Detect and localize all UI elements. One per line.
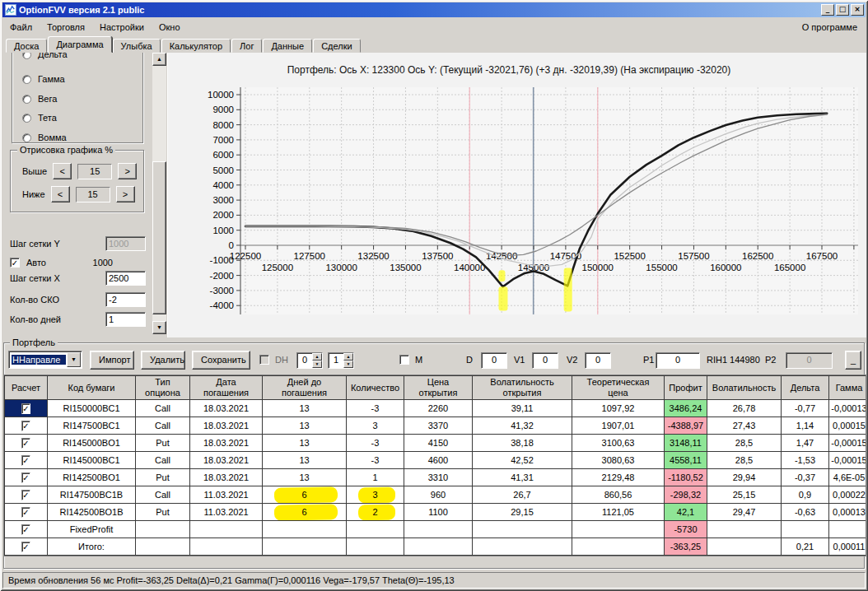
delta-cell[interactable]: 0,21 <box>782 538 829 556</box>
panel-scrollbar[interactable]: ▲ ▼ <box>152 53 166 334</box>
gamma-cell[interactable]: -0,00013 <box>829 400 867 417</box>
p2-field[interactable]: 0 <box>786 352 833 369</box>
calc-checkbox[interactable]: ✓ <box>21 472 30 483</box>
calc-cell[interactable]: ✓ <box>5 417 48 435</box>
date-cell[interactable]: 18.03.2021 <box>190 400 263 417</box>
grid-step-y-input[interactable]: 1000 <box>105 236 146 251</box>
calc-checkbox[interactable]: ✓ <box>21 421 30 431</box>
type-cell[interactable]: Put <box>136 469 190 486</box>
theo-cell[interactable] <box>572 521 665 538</box>
calc-cell[interactable]: ✓ <box>5 521 48 538</box>
code-cell[interactable]: RI142500BO1B <box>48 504 136 521</box>
qty-cell[interactable]: 2 <box>347 504 404 521</box>
below-value[interactable]: 15 <box>76 187 110 202</box>
menu-about[interactable]: О программе <box>794 20 866 35</box>
profit-cell[interactable]: -4388,97 <box>665 417 707 435</box>
price-cell[interactable] <box>404 521 473 538</box>
m-checkbox[interactable] <box>399 355 409 365</box>
radio-icon[interactable] <box>22 133 31 142</box>
theo-cell[interactable]: 1121,05 <box>572 504 665 521</box>
menu-window[interactable]: Окно <box>152 20 188 35</box>
gamma-cell[interactable]: 0,00015 <box>829 417 867 435</box>
profit-cell[interactable]: 3486,24 <box>665 400 707 417</box>
radio-icon[interactable] <box>22 75 31 84</box>
date-cell[interactable]: 18.03.2021 <box>190 435 263 452</box>
theo-cell[interactable]: 3080,63 <box>572 452 665 469</box>
type-cell[interactable] <box>136 538 190 556</box>
type-cell[interactable]: Call <box>136 486 190 504</box>
greek-radio-2[interactable]: Гамма <box>22 73 65 85</box>
calc-checkbox[interactable]: ✓ <box>21 438 30 449</box>
delta-cell[interactable]: 1,47 <box>782 435 829 452</box>
below-increment-button[interactable]: > <box>116 186 135 202</box>
calc-cell[interactable]: ✓ <box>5 435 48 452</box>
gamma-cell[interactable]: 4,6E-05 <box>829 469 867 486</box>
vol-cell[interactable]: 29,94 <box>707 469 782 486</box>
column-header-days[interactable]: Дней до погашения <box>263 376 347 400</box>
vol-cell[interactable] <box>707 538 782 556</box>
strategy-select[interactable]: ННаправле ▼ <box>8 351 82 369</box>
maximize-button[interactable]: □ <box>836 4 849 16</box>
calc-cell[interactable]: ✓ <box>5 504 48 521</box>
sko-count-input[interactable]: -2 <box>105 292 146 307</box>
calc-checkbox[interactable]: ✓ <box>21 524 30 535</box>
radio-icon[interactable] <box>22 95 31 104</box>
vol_open-cell[interactable]: 38,18 <box>473 435 572 452</box>
days-cell[interactable]: 13 <box>263 417 347 435</box>
chevron-down-icon[interactable]: ▼ <box>67 352 81 367</box>
import-button[interactable]: Импорт <box>90 351 134 370</box>
tab-board[interactable]: Доска <box>6 39 47 53</box>
vol-cell[interactable]: 26,78 <box>707 400 782 417</box>
column-header-code[interactable]: Код бумаги <box>48 376 136 400</box>
price-cell[interactable]: 3370 <box>404 417 473 435</box>
delta-cell[interactable] <box>782 521 829 538</box>
tab-smile[interactable]: Улыбка <box>113 39 161 53</box>
dh-checkbox[interactable] <box>259 355 269 365</box>
payoff-chart[interactable]: -4000-3000-2000-100001000200030004000500… <box>168 77 867 333</box>
days-cell[interactable] <box>263 521 347 538</box>
calc-checkbox[interactable]: ✓ <box>21 542 30 552</box>
price-cell[interactable] <box>404 538 473 556</box>
vol-cell[interactable]: 28,5 <box>707 452 782 469</box>
vol_open-cell[interactable] <box>473 521 572 538</box>
profit-cell[interactable]: 42,1 <box>665 504 707 521</box>
qty-cell[interactable]: -3 <box>347 452 404 469</box>
days-cell[interactable]: 13 <box>263 469 347 486</box>
menu-trading[interactable]: Торговля <box>40 20 92 35</box>
grid-step-x-input[interactable]: 2500 <box>105 271 146 286</box>
days-cell[interactable]: 6 <box>263 486 347 504</box>
days-cell[interactable]: 13 <box>263 400 347 417</box>
vol_open-cell[interactable]: 41,32 <box>473 417 572 435</box>
vol_open-cell[interactable] <box>473 538 572 556</box>
column-header-theo[interactable]: Теоретическая цена <box>572 376 665 400</box>
delta-cell[interactable]: -1,53 <box>782 452 829 469</box>
vol_open-cell[interactable]: 29,15 <box>473 504 572 521</box>
gamma-cell[interactable]: 0,00022 <box>829 486 867 504</box>
qty-cell[interactable]: 3 <box>347 486 404 504</box>
delta-cell[interactable]: -0,63 <box>782 504 829 521</box>
d-field[interactable]: 0 <box>481 352 507 369</box>
below-decrement-button[interactable]: < <box>51 186 70 202</box>
type-cell[interactable]: Put <box>136 435 190 452</box>
date-cell[interactable]: 18.03.2021 <box>190 469 263 486</box>
theo-cell[interactable]: 2129,48 <box>572 469 665 486</box>
days-count-input[interactable]: 1 <box>105 312 146 327</box>
price-cell[interactable]: 1100 <box>404 504 473 521</box>
scroll-down-icon[interactable]: ▼ <box>152 321 166 334</box>
qty-cell[interactable] <box>347 538 404 556</box>
column-header-profit[interactable]: Профит <box>665 376 707 400</box>
type-cell[interactable]: Put <box>136 504 190 521</box>
v1-field[interactable]: 0 <box>532 352 558 369</box>
vol_open-cell[interactable]: 41,31 <box>473 469 572 486</box>
calc-checkbox[interactable]: ✓ <box>21 490 30 500</box>
price-cell[interactable]: 960 <box>404 486 473 504</box>
dh-spinner-2[interactable]: 1 ▲▼ <box>328 352 354 369</box>
code-cell[interactable]: RI147500BC1B <box>48 486 136 504</box>
greek-radio-5[interactable]: Вомма <box>22 132 67 143</box>
calc-cell[interactable]: ✓ <box>5 400 48 417</box>
qty-cell[interactable] <box>347 521 404 538</box>
type-cell[interactable]: Call <box>136 400 190 417</box>
spinner-arrows-icon[interactable]: ▲▼ <box>343 353 353 368</box>
tab-diagram[interactable]: Диаграмма <box>48 36 111 53</box>
minimize-button[interactable]: _ <box>821 4 834 16</box>
